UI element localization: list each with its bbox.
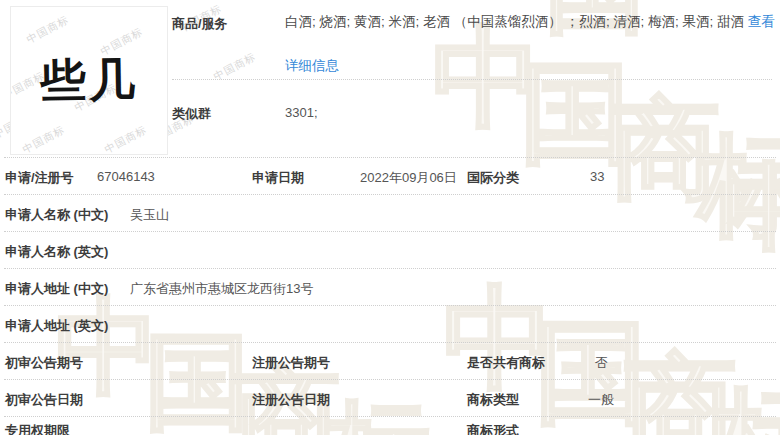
row-separator	[4, 268, 776, 269]
reg-notice-date-label: 注册公告日期	[252, 391, 330, 409]
goods-services-value: 白酒; 烧酒; 黄酒; 米酒; 老酒 （中国蒸馏烈酒） ；烈酒; 清酒; 梅酒;…	[285, 0, 777, 88]
row-separator	[4, 157, 776, 158]
mark-type-label: 商标类型	[467, 391, 519, 409]
row-separator	[4, 194, 776, 195]
reg-notice-no-label: 注册公告期号	[252, 354, 330, 372]
row-separator	[4, 342, 776, 343]
similar-group-label: 类似群	[172, 105, 211, 123]
applicant-cn-value: 吴玉山	[130, 206, 169, 224]
goods-services-label: 商品/服务	[172, 15, 228, 33]
intl-class-label: 国际分类	[467, 169, 519, 187]
similar-group-value: 3301;	[285, 105, 318, 120]
row-separator	[4, 416, 776, 417]
app-date-label: 申请日期	[252, 169, 304, 187]
term-label: 专用权期限	[5, 422, 70, 435]
trademark-calligraphy: 些几	[10, 6, 168, 155]
first-notice-no-label: 初审公告期号	[5, 354, 83, 372]
reg-no-value: 67046143	[97, 169, 155, 184]
applicant-en-label: 申请人名称 (英文)	[5, 243, 108, 261]
app-date-value: 2022年09月06日	[360, 169, 457, 187]
trademark-image: 中国商标 中国商标 中国商标 中国商标 中国商标 中国商标 些几	[10, 6, 168, 155]
mark-type-value: 一般	[588, 391, 614, 409]
first-notice-date-label: 初审公告日期	[5, 391, 83, 409]
shared-mark-label: 是否共有商标	[467, 354, 545, 372]
shared-mark-value: 否	[595, 354, 608, 372]
row-separator	[4, 379, 776, 380]
reg-no-label: 申请/注册号	[5, 169, 74, 187]
detail-table: 中国商标 中国商标 中国商标 中国商标 中国商标 中国商标 些几 商品/服务 白…	[0, 0, 780, 435]
address-cn-value: 广东省惠州市惠城区龙西街13号	[130, 280, 313, 298]
intl-class-value: 33	[590, 169, 604, 184]
address-en-label: 申请人地址 (英文)	[5, 317, 108, 335]
goods-services-text: 白酒; 烧酒; 黄酒; 米酒; 老酒 （中国蒸馏烈酒） ；烈酒; 清酒; 梅酒;…	[285, 14, 748, 29]
address-cn-label: 申请人地址 (中文)	[5, 280, 108, 298]
applicant-cn-label: 申请人名称 (中文)	[5, 206, 108, 224]
row-separator	[4, 231, 776, 232]
trademark-detail-page: 中 国 商 标 国 中 中 国 商 标 中 国 商 标 中国商标 中国商标 中国…	[0, 0, 780, 435]
row-separator	[4, 305, 776, 306]
mark-form-label: 商标形式	[467, 422, 519, 435]
